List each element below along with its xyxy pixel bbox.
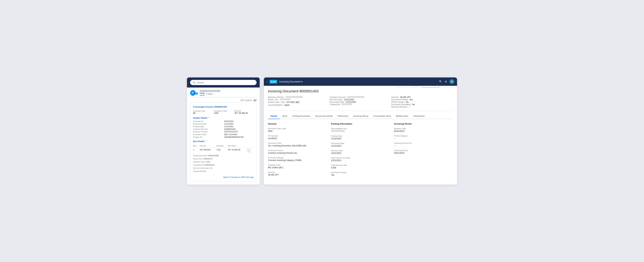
field-value: – (394, 137, 453, 140)
detail-value: 10000001602 (224, 128, 254, 130)
sub-value: 8000009241 (205, 164, 215, 166)
field-label: Period Category: (394, 135, 453, 137)
bp-row: Business Partner: (268, 96, 330, 98)
amount-value: JPY 36,300.00 (234, 112, 254, 114)
field-group: Cash discount rate:0.000 (331, 164, 390, 169)
field-value: 11/21/2022 (331, 145, 390, 147)
company-code-value: 1100 (214, 112, 233, 114)
right-topbar: ‹ SAP Invoicing Document ▾ 🔍 ⚙ TK (264, 78, 457, 86)
reversal-value: – (409, 106, 410, 108)
print-button[interactable]: Print (398, 86, 407, 88)
print-preview-button[interactable]: Print Preview (422, 86, 439, 88)
detail-label: Invoiced On: (193, 120, 223, 122)
ca-row: Contract Account: (330, 96, 391, 98)
tab-billable-items[interactable]: Billable Items (394, 114, 411, 119)
item-table: Item Product Quantity Net Value 1 OD-798… (193, 144, 254, 174)
right-content: Invoicing Document 9000001453 Print Reve… (264, 86, 457, 184)
sub-label: Payment Terms: (193, 161, 206, 163)
more-tabs[interactable]: 2 more (206, 93, 212, 95)
open-link[interactable]: Open CI Invoice in SAP Fiori App (193, 176, 254, 178)
netdue-label: Net Due Date: (330, 98, 343, 101)
tab-items[interactable]: Items (280, 114, 290, 119)
field-label: Invoicing Category: (268, 157, 327, 159)
topbar-avatar[interactable]: TK (450, 79, 454, 84)
field-value: 03/31/2023 (394, 152, 453, 154)
field-group: Invoicing Period Frm:– (394, 142, 453, 147)
posting-section: Posting Information Reconciliation Key:P… (331, 123, 390, 179)
invoice-card: Convergent Invoice 9000001453 Invoicing … (190, 103, 256, 181)
street-row: Street / No.: (268, 98, 330, 101)
detail-label: Posting Date: (193, 125, 223, 128)
share-button[interactable]: ↗ (440, 86, 446, 88)
netdue-value: 12/21/2022 (344, 98, 354, 101)
amount-label: Amount (234, 110, 254, 112)
field-value: BIC Orders (BC) (268, 166, 327, 169)
back-button[interactable]: ‹ (266, 80, 268, 83)
field-group: Document Type:Acc. Invoicing Document_No… (268, 142, 327, 147)
field-label: PO Number: (268, 135, 327, 137)
tab-invoicing-history[interactable]: Invoicing History (351, 114, 371, 119)
invoice-link[interactable]: Convergent Invoice 9000001453 (193, 106, 254, 108)
sub-value: C004 (206, 161, 210, 163)
field-group: PO Number:41140431 (268, 135, 327, 140)
settings-icon[interactable]: ⚙ (445, 80, 447, 83)
reverse-button[interactable]: Reverse (408, 86, 421, 88)
field-label: Invoicing Process: (268, 149, 327, 151)
field-group: Baseline Date:03/31/2023 (394, 128, 453, 132)
tab-consumption-items[interactable]: Consumption Items (371, 114, 394, 119)
prelim-row: Prelim.Invoice: No (391, 101, 453, 103)
chat-title-blurred (200, 90, 220, 92)
field-group: Amount:36,300 JPY (268, 171, 327, 176)
docdate-value: 11/21/2022 (346, 101, 356, 103)
field-label: Invoicing Type: (268, 164, 327, 166)
more-options-button[interactable]: ⋯ (447, 86, 453, 88)
detail-value: 11/21/2022 (224, 123, 254, 125)
chat-title-area: Chat 2 more ⌄ (200, 90, 220, 96)
company-code-col: Company Code 1100 (214, 110, 233, 114)
tab-header[interactable]: Header (268, 114, 280, 119)
search-topbar-icon[interactable]: 🔍 (439, 80, 442, 83)
chevron-up-icon: ⌃ (208, 117, 210, 119)
tab-posting-documents[interactable]: Posting Documents (290, 114, 313, 119)
left-header: 🔍 (187, 78, 260, 88)
field-value: Common Invoicing Process (I1) (268, 152, 327, 154)
netdue-row: Net Due Date: 12/21/2022 (330, 98, 391, 101)
field-value: 11/21/2022 (331, 137, 390, 140)
ca-value (347, 96, 364, 98)
tab-attachments[interactable]: Attachments (411, 114, 427, 119)
sub-label: Transaction ID: (193, 164, 205, 166)
content-grid: General Purchase Order Type:ZBICPO Numbe… (268, 123, 453, 179)
search-input[interactable] (197, 81, 254, 84)
prelim-value: No (406, 101, 408, 103)
tab-references[interactable]: References (335, 114, 350, 119)
detail-value (224, 131, 254, 133)
doc-summary: Business Partner: Street / No.: Postal C… (268, 96, 453, 111)
country-value: Japan (284, 104, 290, 106)
field-value: Acc. Invoicing Document_Non-EMEA (IN) (268, 145, 327, 147)
col-item: Item (193, 144, 200, 148)
sap-logo: SAP (270, 80, 277, 84)
field-group: Posting Date:11/21/2022 (331, 135, 390, 140)
search-icon: 🔍 (192, 81, 196, 84)
expand-button[interactable]: ⇧ (247, 149, 251, 152)
topbar-title: Invoicing Document ▾ (279, 80, 302, 83)
doc-title: Invoicing Document 9000001453 (268, 89, 318, 93)
search-bar[interactable]: 🔍 (190, 80, 256, 85)
amount-s-label: Amount: (391, 96, 399, 98)
createdby-value (342, 103, 352, 105)
field-group: Purchase Order Type:ZBIC (268, 128, 327, 132)
field-value: 12/21/2022 (331, 159, 390, 162)
field-label: Invoicing Period Frm: (394, 142, 453, 144)
doc-actions: Print Reverse Print Preview ↗ ⋯ (398, 86, 453, 88)
invoicing-period-section: Invoicing Period Baseline Date:03/31/202… (394, 123, 453, 179)
tab-source-documents[interactable]: Source Documents (313, 114, 335, 119)
createdby-label: Created By: (330, 103, 340, 106)
field-label: Cash discount rate: (331, 164, 390, 166)
item-product: OD-7987654 (200, 148, 216, 153)
chat-tab[interactable]: Chat (200, 92, 205, 96)
createdby-row: Created By: (330, 103, 391, 106)
sub-value: 2300000275 (203, 158, 213, 160)
sub-value: 10 (210, 167, 212, 169)
chat-tabs: Chat 2 more ⌄ (200, 92, 220, 96)
field-value: 12/21/2022 (331, 152, 390, 154)
